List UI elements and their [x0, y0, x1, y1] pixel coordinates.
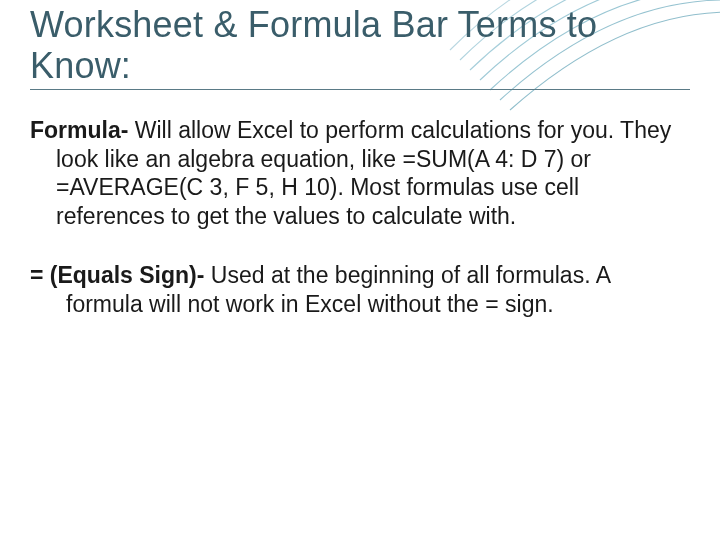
term-label: = (Equals Sign)-: [30, 262, 204, 288]
term-label: Formula-: [30, 117, 128, 143]
term-definition: Will allow Excel to perform calculations…: [56, 117, 671, 229]
slide-content: Worksheet & Formula Bar Terms to Know: F…: [0, 0, 720, 318]
slide-title: Worksheet & Formula Bar Terms to Know:: [30, 4, 690, 90]
definition-item: = (Equals Sign)- Used at the beginning o…: [30, 261, 690, 319]
definition-item: Formula- Will allow Excel to perform cal…: [30, 116, 690, 231]
